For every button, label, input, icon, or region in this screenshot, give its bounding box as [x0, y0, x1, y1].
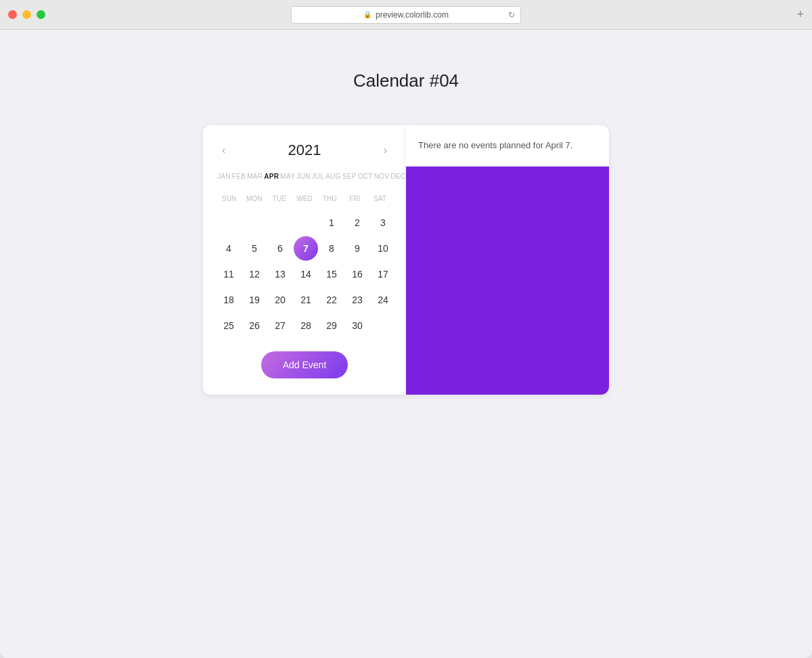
calendar-day-6[interactable]: 6: [268, 236, 292, 261]
calendar-panel: ‹ 2021 › JANFEBMARAPRMAYJUNJULAUGSEPOCTN…: [203, 125, 406, 395]
calendar-day-17[interactable]: 17: [371, 262, 395, 286]
page-title: Calendar #04: [14, 70, 798, 91]
calendar-day-empty: [371, 313, 395, 338]
calendar-day-27[interactable]: 27: [268, 313, 292, 338]
months-row: JANFEBMARAPRMAYJUNJULAUGSEPOCTNOVDEC: [217, 171, 392, 181]
add-event-button[interactable]: Add Event: [261, 351, 348, 378]
calendar-day-29[interactable]: 29: [319, 313, 344, 338]
events-purple-background: [406, 167, 609, 395]
browser-titlebar: 🔒 preview.colorlib.com ↻ +: [0, 0, 812, 30]
refresh-icon[interactable]: ↻: [508, 10, 515, 20]
calendar-day-20[interactable]: 20: [268, 288, 292, 312]
day-name-wed: WED: [292, 192, 317, 205]
window-controls: [8, 10, 45, 19]
month-item-jan[interactable]: JAN: [217, 171, 231, 181]
calendar-day-4[interactable]: 4: [217, 236, 241, 261]
calendar-day-25[interactable]: 25: [217, 313, 241, 338]
calendar-day-23[interactable]: 23: [345, 288, 369, 312]
calendar-day-19[interactable]: 19: [242, 288, 267, 312]
calendar-day-24[interactable]: 24: [371, 288, 395, 312]
url-text: preview.colorlib.com: [376, 10, 449, 20]
calendar-day-8[interactable]: 8: [319, 236, 344, 261]
maximize-button[interactable]: [37, 10, 45, 19]
no-events-message: There are no events planned for April 7.: [418, 139, 597, 152]
next-year-button[interactable]: ›: [378, 141, 392, 159]
month-item-jun[interactable]: JUN: [296, 171, 311, 181]
calendar-day-16[interactable]: 16: [345, 262, 369, 286]
calendar-day-2[interactable]: 2: [345, 211, 369, 235]
days-header: SUNMONTUEWEDTHUFRISAT: [217, 192, 392, 205]
calendar-day-12[interactable]: 12: [242, 262, 267, 286]
new-tab-button[interactable]: +: [796, 7, 804, 22]
minimize-button[interactable]: [22, 10, 31, 19]
month-item-apr[interactable]: APR: [263, 171, 279, 181]
calendar-day-28[interactable]: 28: [294, 313, 318, 338]
day-name-sun: SUN: [217, 192, 242, 205]
calendar-grid: 1234567891011121314151617181920212223242…: [217, 211, 392, 338]
calendar-day-10[interactable]: 10: [371, 236, 395, 261]
month-item-nov[interactable]: NOV: [374, 171, 390, 181]
day-name-fri: FRI: [342, 192, 367, 205]
calendar-day-empty: [242, 211, 267, 235]
month-item-mar[interactable]: MAR: [246, 171, 263, 181]
day-name-sat: SAT: [367, 192, 392, 205]
url-bar[interactable]: 🔒 preview.colorlib.com ↻: [291, 6, 521, 24]
calendar-day-9[interactable]: 9: [345, 236, 369, 261]
events-message-box: There are no events planned for April 7.: [406, 125, 609, 167]
browser-window: 🔒 preview.colorlib.com ↻ + Calendar #04 …: [0, 0, 812, 658]
day-name-mon: MON: [242, 192, 267, 205]
calendar-day-empty: [294, 211, 318, 235]
calendar-day-empty: [268, 211, 292, 235]
calendar-day-15[interactable]: 15: [319, 262, 344, 286]
calendar-day-3[interactable]: 3: [371, 211, 395, 235]
calendar-day-21[interactable]: 21: [294, 288, 318, 312]
calendar-day-26[interactable]: 26: [242, 313, 267, 338]
day-name-tue: TUE: [267, 192, 292, 205]
calendar-day-empty: [217, 211, 241, 235]
calendar-day-11[interactable]: 11: [217, 262, 241, 286]
prev-year-button[interactable]: ‹: [217, 141, 231, 159]
calendar-header: ‹ 2021 ›: [217, 141, 392, 159]
month-item-feb[interactable]: FEB: [231, 171, 246, 181]
calendar-day-14[interactable]: 14: [294, 262, 318, 286]
month-item-oct[interactable]: OCT: [357, 171, 374, 181]
calendar-day-13[interactable]: 13: [268, 262, 292, 286]
day-name-thu: THU: [317, 192, 342, 205]
month-item-aug[interactable]: AUG: [325, 171, 342, 181]
events-panel: There are no events planned for April 7.: [406, 125, 609, 395]
lock-icon: 🔒: [363, 11, 371, 18]
month-item-sep[interactable]: SEP: [342, 171, 357, 181]
year-label: 2021: [288, 141, 321, 159]
calendar-day-30[interactable]: 30: [345, 313, 369, 338]
month-item-dec[interactable]: DEC: [390, 171, 406, 181]
calendar-wrapper: ‹ 2021 › JANFEBMARAPRMAYJUNJULAUGSEPOCTN…: [196, 125, 616, 395]
close-button[interactable]: [8, 10, 17, 19]
calendar-day-7[interactable]: 7: [294, 236, 318, 261]
calendar-day-22[interactable]: 22: [319, 288, 344, 312]
month-item-may[interactable]: MAY: [279, 171, 296, 181]
month-item-jul[interactable]: JUL: [311, 171, 325, 181]
calendar-day-1[interactable]: 1: [319, 211, 344, 235]
browser-content: Calendar #04 ‹ 2021 › JANFEBMARAPRMAYJUN…: [0, 30, 812, 658]
calendar-day-5[interactable]: 5: [242, 236, 267, 261]
calendar-day-18[interactable]: 18: [217, 288, 241, 312]
